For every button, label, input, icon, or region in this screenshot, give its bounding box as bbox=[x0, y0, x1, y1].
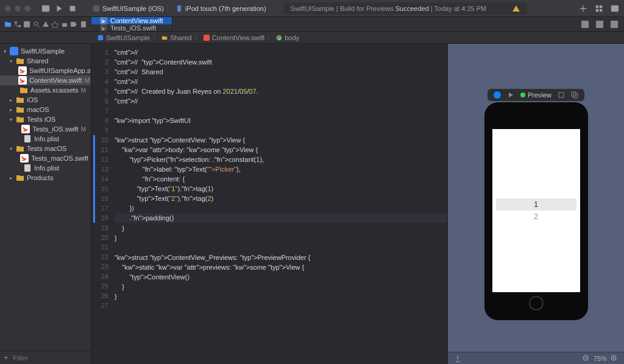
tree-item[interactable]: SwiftUISampleApp.swift bbox=[0, 66, 91, 75]
device-frame: 12 bbox=[484, 102, 588, 320]
svg-rect-3 bbox=[93, 5, 100, 12]
tree-item[interactable]: ▾Shared bbox=[0, 56, 91, 66]
crumb-folder[interactable]: Shared bbox=[170, 34, 191, 41]
report-navigator-icon[interactable] bbox=[80, 21, 87, 28]
tree-item[interactable]: Info.plist bbox=[0, 163, 91, 173]
jump-bar[interactable]: SwiftUISample〉 Shared〉 ContentView.swift… bbox=[0, 32, 624, 44]
live-preview-icon[interactable] bbox=[494, 91, 501, 99]
add-file-icon[interactable]: + bbox=[4, 353, 9, 362]
picker-option[interactable]: 2 bbox=[496, 211, 576, 223]
library-icon[interactable] bbox=[595, 4, 603, 13]
svg-rect-24 bbox=[98, 35, 103, 40]
preview-device-icon[interactable] bbox=[558, 91, 565, 99]
breakpoint-navigator-icon[interactable] bbox=[70, 21, 77, 28]
activity-text: SwiftUISample | Build for Previews Succe… bbox=[291, 5, 487, 12]
svg-rect-2 bbox=[70, 5, 76, 11]
tree-item-label: ContentView.swift bbox=[29, 77, 82, 84]
toolbar: SwiftUISample (iOS) 〉 iPod touch (7th ge… bbox=[0, 0, 624, 17]
editor-tab[interactable]: Tests_iOS.swift bbox=[91, 24, 172, 32]
add-icon[interactable] bbox=[579, 4, 587, 13]
window-traffic-lights bbox=[5, 5, 30, 12]
preview-duplicate-icon[interactable] bbox=[571, 91, 578, 99]
project-tree: ▾ SwiftUISample ▾SharedSwiftUISampleApp.… bbox=[0, 44, 91, 351]
find-navigator-icon[interactable] bbox=[33, 21, 40, 28]
tree-item[interactable]: ▸Products bbox=[0, 173, 91, 183]
crumb-project[interactable]: SwiftUISample bbox=[106, 34, 150, 41]
navigator-filter: + ⊙ ☰ bbox=[0, 351, 91, 364]
source-editor[interactable]: 1234567891011121314151617181920212223242… bbox=[91, 44, 447, 364]
scheme-selector[interactable]: SwiftUISample (iOS) 〉 iPod touch (7th ge… bbox=[93, 4, 266, 13]
scm-status: M bbox=[81, 126, 88, 133]
crumb-symbol[interactable]: body bbox=[285, 34, 299, 41]
inspector-toggle-icon[interactable] bbox=[611, 4, 619, 13]
warning-icon[interactable] bbox=[512, 5, 520, 12]
zoom-level[interactable]: 75% bbox=[594, 355, 607, 362]
editor-tab[interactable]: ContentView.swift bbox=[91, 17, 172, 24]
svg-rect-9 bbox=[611, 5, 619, 12]
svg-rect-33 bbox=[62, 23, 67, 27]
tree-item-label: Shared bbox=[27, 57, 48, 65]
svg-rect-7 bbox=[596, 9, 598, 11]
activity-viewer[interactable]: SwiftUISample | Build for Previews Succe… bbox=[283, 2, 527, 15]
tree-item-label: SwiftUISampleApp.swift bbox=[29, 67, 91, 74]
tree-root[interactable]: ▾ SwiftUISample bbox=[0, 46, 91, 56]
tree-item[interactable]: Assets.xcassetsM bbox=[0, 85, 91, 95]
zoom-dot[interactable] bbox=[24, 5, 30, 12]
svg-rect-30 bbox=[24, 21, 30, 27]
debug-navigator-icon[interactable] bbox=[61, 21, 68, 28]
project-navigator-icon[interactable] bbox=[4, 21, 12, 28]
svg-rect-34 bbox=[81, 21, 86, 27]
project-icon bbox=[98, 35, 104, 41]
tree-item[interactable]: ▸iOS bbox=[0, 95, 91, 105]
minimap-icon[interactable] bbox=[580, 19, 590, 29]
tree-item[interactable]: Tests_iOS.swiftM bbox=[0, 124, 91, 134]
pin-preview-icon[interactable] bbox=[454, 355, 461, 362]
preview-label-group[interactable]: Preview bbox=[520, 91, 551, 99]
test-navigator-icon[interactable] bbox=[51, 21, 58, 28]
run-icon[interactable] bbox=[55, 4, 63, 13]
tree-item[interactable]: Tests_macOS.swift bbox=[0, 153, 91, 163]
zoom-in-icon[interactable] bbox=[611, 355, 618, 362]
code-area[interactable]: "cmt">//"cmt">// "typ">ContentView.swift… bbox=[112, 44, 447, 364]
tree-item-label: macOS bbox=[27, 106, 49, 113]
swift-file-icon bbox=[18, 76, 27, 85]
crumb-file[interactable]: ContentView.swift bbox=[212, 34, 265, 41]
min-dot[interactable] bbox=[15, 5, 21, 12]
tree-item[interactable]: ▾Tests iOS bbox=[0, 114, 91, 124]
preview-label: Preview bbox=[528, 91, 551, 99]
device-icon bbox=[176, 5, 183, 12]
svg-point-28 bbox=[15, 21, 17, 24]
source-control-icon[interactable] bbox=[14, 21, 21, 28]
tree-item[interactable]: ContentView.swiftM bbox=[0, 75, 91, 85]
line-gutter: 1234567891011121314151617181920212223242… bbox=[91, 44, 112, 364]
change-bar bbox=[93, 135, 95, 223]
issue-navigator-icon[interactable] bbox=[42, 21, 49, 28]
svg-rect-41 bbox=[24, 164, 30, 172]
picker-option[interactable]: 1 bbox=[496, 198, 576, 211]
picker-preview: 12 bbox=[492, 198, 580, 223]
swift-file-icon bbox=[204, 35, 210, 41]
stop-icon[interactable] bbox=[68, 4, 77, 13]
navigator-selector bbox=[0, 17, 91, 32]
folder-icon bbox=[16, 115, 24, 124]
sidebar-toggle-icon[interactable] bbox=[41, 4, 50, 13]
svg-text:P: P bbox=[277, 35, 281, 41]
tree-item-label: Tests iOS bbox=[27, 116, 55, 123]
tree-item[interactable]: Info.plist bbox=[0, 134, 91, 144]
preview-play-icon[interactable] bbox=[507, 91, 514, 99]
filter-input[interactable] bbox=[13, 354, 98, 362]
zoom-out-icon[interactable] bbox=[583, 355, 590, 362]
tree-item[interactable]: ▸macOS bbox=[0, 105, 91, 114]
app-target-icon bbox=[93, 5, 100, 12]
swift-file-icon bbox=[20, 154, 29, 163]
scheme-target: SwiftUISample (iOS) bbox=[102, 5, 164, 12]
navigator-sidebar: ▾ SwiftUISample ▾SharedSwiftUISampleApp.… bbox=[0, 44, 91, 364]
adjust-editor-icon[interactable] bbox=[595, 19, 604, 29]
close-dot[interactable] bbox=[5, 5, 11, 12]
preview-toolbar: Preview bbox=[488, 89, 584, 101]
assets-icon bbox=[20, 86, 28, 94]
tree-item[interactable]: ▾Tests macOS bbox=[0, 144, 91, 153]
add-editor-icon[interactable] bbox=[609, 19, 619, 29]
symbol-navigator-icon[interactable] bbox=[23, 21, 30, 28]
property-icon: P bbox=[276, 35, 282, 41]
